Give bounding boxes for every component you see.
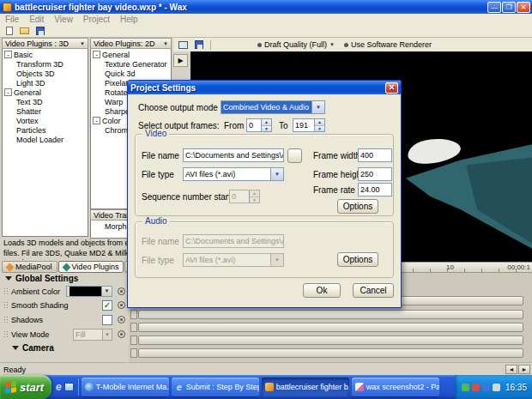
tree-group-general[interactable]: -General [4,88,88,97]
scroll-left-icon[interactable]: ◄ [505,365,517,374]
menu-project[interactable]: Project [78,14,115,25]
panel-2d-header[interactable]: Video Plugins: 2D ▼ [90,38,172,49]
tree-item-text-3d[interactable]: Text 3D [4,97,88,106]
tree-item-particles[interactable]: Particles [4,125,88,135]
track-lane[interactable] [138,348,523,358]
camera-header[interactable]: Camera [12,343,54,353]
render-setup-icon[interactable] [177,39,190,51]
menu-file[interactable]: File [0,14,24,25]
track-lane[interactable] [138,310,523,319]
tray-icon-green[interactable] [462,384,469,391]
audio-options-button[interactable]: Options [337,252,378,267]
tray-icon-blue[interactable] [482,384,490,391]
draft-quality-dropdown[interactable]: Draft Quality (Full) [264,40,327,49]
chevron-down-icon[interactable]: ▼ [101,287,112,296]
open-folder-icon[interactable] [18,26,31,37]
chevron-down-icon[interactable]: ▼ [270,168,283,180]
timeline-track[interactable] [130,336,523,345]
window-titlebar[interactable]: battlecruiser fighter bay video.wxp * - … [0,0,532,14]
menu-help[interactable]: Help [115,14,143,25]
video-options-button[interactable]: Options [337,199,378,214]
shadows-checkbox[interactable] [102,315,112,325]
taskbar-clock[interactable]: 16:35 [505,383,527,392]
menu-edit[interactable]: Edit [24,14,49,25]
panel-3d-header[interactable]: Video Plugins : 3D ▼ [2,38,88,49]
tree-item-objects-3d[interactable]: Objects 3D [4,69,88,78]
collapse-icon[interactable]: - [4,88,12,96]
ok-button[interactable]: Ok [303,283,341,298]
track-handle[interactable] [130,348,137,358]
track-handle[interactable] [130,310,137,319]
new-file-icon[interactable] [3,26,15,37]
drag-grip-icon[interactable] [3,330,9,338]
tree-item-light-3d[interactable]: Light 3D [4,78,88,88]
track-handle[interactable] [130,336,137,345]
smooth-shading-checkbox[interactable]: ✓ [102,300,112,311]
drag-grip-icon[interactable] [3,287,9,295]
taskbar-button-paint[interactable]: wax screenshot2 - Paint [352,378,439,396]
collapse-icon[interactable]: - [93,117,100,124]
tree-item-transform-3d[interactable]: Transform 3D [4,59,88,69]
tree-group-basic[interactable]: -Basic [4,50,88,59]
keyframe-target-icon[interactable] [118,330,125,338]
save-icon[interactable] [33,26,46,37]
tray-icon-red[interactable] [472,384,480,391]
track-lane[interactable] [138,336,523,345]
tray-icon-gray[interactable] [493,384,500,391]
internet-explorer-icon[interactable]: e [56,382,62,392]
tree-item-model-loader[interactable]: Model Loader [4,135,88,144]
tree-item-vortex[interactable]: Vortex [4,116,88,125]
taskbar-button-tmobile[interactable]: T-Mobile Internet Ma... [82,378,169,396]
close-button[interactable]: ✕ [517,2,530,13]
scroll-right-icon[interactable]: ► [518,365,530,374]
track-lane[interactable] [138,323,523,332]
keyframe-target-icon[interactable] [118,316,125,323]
start-button[interactable]: start [0,375,51,399]
chevron-down-icon[interactable]: ▼ [311,101,324,113]
menu-view[interactable]: View [49,14,78,25]
collapse-icon[interactable]: - [93,51,100,58]
frame-rate-field[interactable]: 24.00 [358,183,392,196]
tree-item-texture-generator[interactable]: Texture Generator [93,59,171,69]
timeline-track[interactable] [130,323,523,332]
from-frame-spinner[interactable]: 0 ▲▼ [246,118,272,132]
snapshot-icon[interactable] [192,39,205,51]
frame-width-field[interactable]: 400 [358,148,392,162]
maximize-button[interactable]: ❐ [502,2,516,13]
drag-grip-icon[interactable] [3,316,9,323]
tab-video-plugins[interactable]: Video Plugins [58,261,124,273]
frame-height-field[interactable]: 250 [358,167,392,181]
play-button[interactable]: ▶ [173,54,188,67]
ambient-color-picker[interactable]: ▼ [66,286,112,297]
spinner-arrows-icon[interactable]: ▲▼ [261,119,271,131]
tab-mediapool[interactable]: MediaPool [2,261,57,273]
show-desktop-icon[interactable] [64,383,74,391]
browse-button[interactable] [287,148,302,163]
keyframe-target-icon[interactable] [118,301,125,309]
audio-file-type-dropdown: AVI files (*.avi) ▼ [183,253,284,267]
dialog-close-button[interactable]: ✕ [385,82,398,94]
video-file-type-dropdown[interactable]: AVI files (*.avi) ▼ [183,167,284,181]
track-handle[interactable] [130,323,137,332]
video-file-name-field[interactable]: C:\Documents and Settings\Administrato [183,148,284,162]
cancel-button[interactable]: Cancel [353,283,394,298]
tree-group-general-2d[interactable]: -General [93,50,171,59]
minimize-button[interactable]: — [487,2,501,13]
keyframe-target-icon[interactable] [118,287,125,295]
taskbar-button-browser[interactable]: e Submit : Step By Step... [172,378,259,396]
timeline-track[interactable] [130,348,523,358]
software-renderer-toggle[interactable]: Use Software Renderer [351,40,432,49]
tree-item-quick-3d[interactable]: Quick 3d [93,69,171,78]
taskbar-button-wax[interactable]: battlecruiser fighter b... [262,378,349,396]
tree-item-shatter[interactable]: Shatter [4,106,88,116]
output-mode-dropdown[interactable]: Combined Video & Audio ▼ [221,100,325,114]
collapse-icon[interactable]: - [4,51,12,58]
chevron-down-icon[interactable]: ▼ [329,42,335,47]
spinner-arrows-icon[interactable]: ▲▼ [314,119,324,131]
dialog-titlebar[interactable]: Project Settings ✕ [128,81,401,94]
timeline-track[interactable] [130,310,523,319]
to-frame-spinner[interactable]: 191 ▲▼ [293,118,325,132]
drag-grip-icon[interactable] [3,301,9,309]
global-settings-header[interactable]: Global Settings [5,274,78,283]
view-mode-dropdown[interactable]: Fill▼ [73,329,112,341]
